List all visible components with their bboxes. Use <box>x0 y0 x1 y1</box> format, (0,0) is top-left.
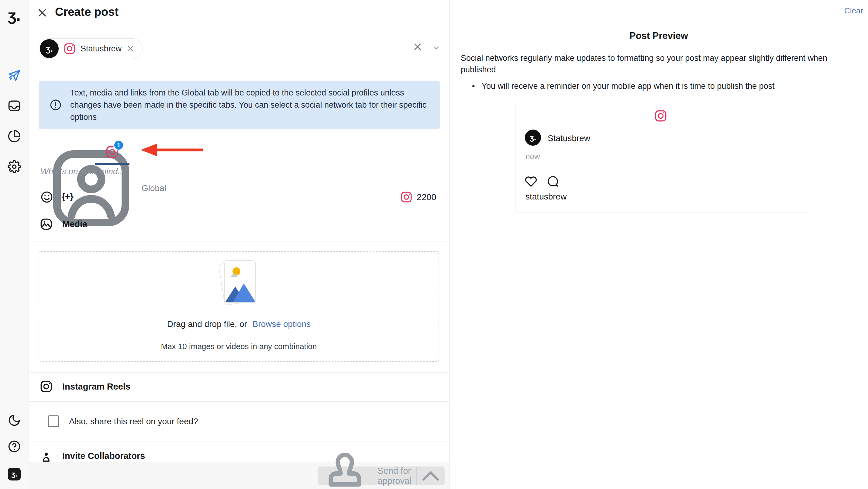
close-button[interactable] <box>37 7 48 18</box>
browse-options-link[interactable]: Browse options <box>253 319 311 329</box>
sidebar-item-dark-mode[interactable] <box>8 413 21 427</box>
divider <box>29 401 449 402</box>
sidebar-item-inbox[interactable] <box>8 99 21 113</box>
profile-chip-statusbrew[interactable]: ʒ. Statusbrew <box>39 38 143 59</box>
media-section-header: Media <box>29 213 449 237</box>
logo-glyph: ʒ. <box>8 7 21 23</box>
media-section-title: Media <box>62 219 87 229</box>
profile-chip-label: Statusbrew <box>81 44 122 54</box>
close-icon <box>412 42 423 52</box>
pie-chart-icon <box>8 130 21 143</box>
send-options-button[interactable] <box>417 462 445 489</box>
send-for-approval-button[interactable]: Send for approval <box>318 466 445 485</box>
media-icon <box>40 218 53 231</box>
info-icon <box>50 99 62 111</box>
info-banner-text: Text, media and links from the Global ta… <box>70 87 429 123</box>
media-dropzone[interactable]: Drag and drop file, orBrowse options Max… <box>39 251 439 362</box>
media-upload-illustration <box>221 260 257 305</box>
divider <box>29 441 449 442</box>
info-banner: Text, media and links from the Global ta… <box>39 81 440 129</box>
share-reel-row: Also, share this reel on your feed? <box>29 413 449 431</box>
sidebar-item-settings[interactable] <box>8 160 21 173</box>
send-for-approval-main[interactable]: Send for approval <box>318 449 416 489</box>
tab-instagram-badge: 1 <box>113 140 124 150</box>
network-tabs: Global 1 <box>29 138 449 165</box>
divider <box>29 372 449 373</box>
share-reel-label: Also, share this reel on your feed? <box>69 416 198 426</box>
invite-collaborators-title: Invite Collaborators <box>62 451 145 461</box>
clear-link[interactable]: Clear <box>844 6 863 16</box>
statusbrew-logo: ʒ. <box>8 8 21 22</box>
chevron-down-icon <box>432 44 440 52</box>
page-title: Create post <box>55 5 119 19</box>
avatar: ʒ. <box>525 130 541 146</box>
preview-username: statusbrew <box>525 192 566 202</box>
comment-icon <box>547 175 559 188</box>
instagram-icon <box>64 42 76 55</box>
sidebar-item-publish[interactable] <box>8 69 21 82</box>
tab-instagram[interactable]: 1 <box>95 138 129 165</box>
annotation-arrow <box>138 142 205 157</box>
drag-drop-label: Drag and drop file, or <box>167 319 247 329</box>
close-icon <box>126 45 135 53</box>
emoji-picker-button[interactable] <box>40 191 53 203</box>
close-icon <box>37 7 48 18</box>
paper-plane-icon <box>8 69 21 82</box>
sidebar-item-help[interactable] <box>8 440 21 453</box>
dropzone-text: Drag and drop file, orBrowse options <box>39 319 439 329</box>
smiley-icon <box>40 191 53 203</box>
instagram-post-preview-card: ʒ. Statusbrew now statusbrew <box>515 103 806 213</box>
reels-section-header: Instagram Reels <box>29 375 449 399</box>
post-preview-panel: Clear Post Preview Social networks regul… <box>449 0 868 489</box>
reels-section-title: Instagram Reels <box>62 382 130 392</box>
preview-bullet-text: You will receive a reminder on your mobi… <box>482 82 774 91</box>
stamp-icon <box>318 449 372 489</box>
open-dropdown-button[interactable] <box>432 44 440 52</box>
post-text-input[interactable] <box>40 167 436 187</box>
character-count: 2200 <box>417 192 436 202</box>
compose-header: Create post <box>29 0 449 25</box>
moon-icon <box>8 413 21 427</box>
create-post-window: ʒ. <box>0 0 868 489</box>
preview-title: Post Preview <box>450 30 868 41</box>
compose-panel: Create post ʒ. Statusbrew <box>29 0 449 489</box>
inbox-icon <box>8 99 21 113</box>
active-tab-indicator <box>95 163 129 165</box>
clear-selection-button[interactable] <box>412 42 423 52</box>
help-icon <box>8 440 21 453</box>
sidebar-item-reports[interactable] <box>8 130 21 143</box>
chevron-up-icon <box>417 462 445 489</box>
preview-timestamp: now <box>525 152 540 161</box>
instagram-icon <box>400 191 412 203</box>
compose-footer-bar: Send for approval <box>29 462 449 489</box>
alert-circle-icon <box>50 99 62 111</box>
instagram-icon <box>654 110 667 122</box>
preview-account-name: Statusbrew <box>548 134 590 143</box>
bullet-marker: • <box>472 82 475 91</box>
heart-icon <box>525 175 537 188</box>
app-sidebar: ʒ. <box>0 0 29 489</box>
dropzone-hint: Max 10 images or videos in any combinati… <box>39 342 439 351</box>
preview-note: Social networks regularly make updates t… <box>461 52 841 76</box>
divider <box>29 241 449 241</box>
profile-selector[interactable]: ʒ. Statusbrew <box>29 35 449 63</box>
preview-bullet: • You will receive a reminder on your mo… <box>472 82 846 91</box>
avatar-glyph: ʒ. <box>530 133 536 142</box>
remove-profile-button[interactable] <box>126 45 135 53</box>
workspace-avatar-glyph: ʒ. <box>11 470 17 478</box>
divider <box>29 210 449 210</box>
avatar: ʒ. <box>40 39 59 58</box>
gear-icon <box>8 160 21 173</box>
workspace-avatar[interactable]: ʒ. <box>8 468 21 481</box>
send-for-approval-label: Send for approval <box>377 466 416 486</box>
composer-toolbar: {+} 2200 <box>29 190 449 205</box>
instagram-reels-icon <box>40 380 53 393</box>
avatar-glyph: ʒ. <box>45 44 53 54</box>
merge-tag-button[interactable]: {+} <box>62 191 73 202</box>
share-reel-checkbox[interactable] <box>48 415 59 427</box>
